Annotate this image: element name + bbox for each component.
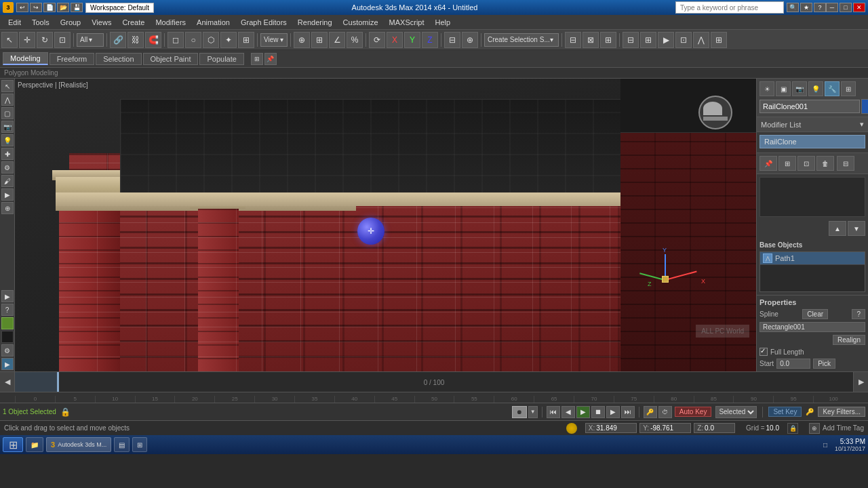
- tab-freeform[interactable]: Freeform: [50, 53, 95, 65]
- menu-maxscript[interactable]: MAXScript: [384, 17, 430, 28]
- lt-camera[interactable]: 📷: [1, 121, 14, 133]
- lt-color[interactable]: [1, 317, 14, 329]
- search-btn[interactable]: 🔍: [787, 3, 799, 12]
- render[interactable]: ⊞: [640, 32, 656, 48]
- pin-stack-btn[interactable]: 📌: [760, 156, 777, 171]
- viewport[interactable]: Perspective | [Realistic]: [15, 79, 756, 371]
- render-view[interactable]: ▶: [658, 32, 674, 48]
- modifier-dropdown-arrow[interactable]: ▾: [860, 120, 864, 129]
- tb-save[interactable]: 💾: [71, 3, 83, 12]
- scroll-up-btn[interactable]: ▲: [829, 221, 846, 236]
- camera-icon[interactable]: 📷: [792, 81, 807, 96]
- close-btn[interactable]: ✕: [853, 3, 865, 12]
- lt-play[interactable]: ▶: [1, 290, 14, 302]
- lt-helper[interactable]: ✚: [1, 148, 14, 160]
- menu-views[interactable]: Views: [86, 17, 117, 28]
- selection-sets[interactable]: Create Selection S...▾: [484, 33, 559, 47]
- modifier-railclone[interactable]: RailClone: [760, 135, 865, 148]
- add-time-tag-btn[interactable]: ⊕ Add Time Tag: [809, 423, 864, 434]
- timeline-scroll[interactable]: 0 / 100: [15, 372, 853, 392]
- align-btn[interactable]: ⊠: [583, 32, 599, 48]
- bind-tool[interactable]: 🧲: [145, 32, 161, 48]
- tag-icon[interactable]: ⊕: [809, 423, 820, 434]
- link-tool[interactable]: 🔗: [110, 32, 126, 48]
- menu-tools[interactable]: Tools: [26, 17, 55, 28]
- auto-key-btn[interactable]: Auto Key: [675, 407, 712, 417]
- hierarchy-icon[interactable]: ⊞: [841, 81, 856, 96]
- clear-btn[interactable]: Clear: [802, 309, 828, 319]
- tab-modeling[interactable]: Modeling: [3, 52, 48, 65]
- layer-mgr[interactable]: ⊞: [600, 32, 616, 48]
- tb-open[interactable]: 📂: [57, 3, 69, 12]
- snap-settings[interactable]: ⊞: [311, 32, 328, 48]
- tb-undo[interactable]: ↩: [16, 3, 28, 12]
- y-input[interactable]: [650, 424, 688, 432]
- scale-tool[interactable]: ⊡: [54, 32, 71, 48]
- lt-spline[interactable]: ⋀: [1, 94, 14, 106]
- z-input[interactable]: [705, 424, 732, 432]
- restrict-z[interactable]: Z: [422, 32, 438, 48]
- render-setup[interactable]: ⊟: [623, 32, 639, 48]
- clock-display[interactable]: 5:33 PM 10/17/2017: [835, 438, 865, 452]
- select-btn[interactable]: ◻: [167, 32, 184, 48]
- timeline-next-btn[interactable]: ▶: [853, 372, 868, 392]
- schematic[interactable]: ⊞: [711, 32, 727, 48]
- menu-group[interactable]: Group: [55, 17, 87, 28]
- display-icon[interactable]: ☀: [760, 81, 774, 96]
- minimize-btn[interactable]: ─: [826, 3, 838, 12]
- object-name-input[interactable]: [760, 100, 860, 113]
- record-btn[interactable]: ⏺: [512, 406, 527, 418]
- tab-selection[interactable]: Selection: [96, 53, 141, 65]
- snap-toggle[interactable]: ⊕: [294, 32, 310, 48]
- transform-coord[interactable]: ⊟: [444, 32, 460, 48]
- auto-key-mode-dropdown[interactable]: Selected: [715, 406, 757, 418]
- tab-object-paint[interactable]: Object Paint: [143, 53, 199, 65]
- next-frame-btn[interactable]: ▶: [606, 406, 620, 418]
- show-result-btn[interactable]: ⊞: [778, 156, 796, 171]
- menu-graph-editors[interactable]: Graph Editors: [235, 17, 292, 28]
- restrict-x[interactable]: X: [387, 32, 403, 48]
- select-circle[interactable]: ○: [185, 32, 201, 48]
- make-unique-btn[interactable]: ⊡: [797, 156, 815, 171]
- start-value-input[interactable]: [776, 359, 810, 369]
- full-length-checkbox[interactable]: [760, 348, 768, 356]
- menu-rendering[interactable]: Rendering: [292, 17, 338, 28]
- taskbar-file-explorer[interactable]: 📁: [26, 437, 43, 452]
- x-input[interactable]: [596, 424, 633, 432]
- menu-create[interactable]: Create: [117, 17, 150, 28]
- lock-transform-btn[interactable]: 🔒: [787, 423, 798, 434]
- select-mirror[interactable]: ⊞: [238, 32, 254, 48]
- lt-anim[interactable]: ▶: [1, 188, 14, 201]
- angle-snap[interactable]: ∠: [329, 32, 345, 48]
- menu-edit[interactable]: Edit: [3, 17, 26, 28]
- material-editor[interactable]: ⊡: [675, 32, 692, 48]
- light-icon[interactable]: 💡: [808, 81, 823, 96]
- lt-light[interactable]: 💡: [1, 134, 14, 146]
- lt-system[interactable]: ⚙: [1, 161, 14, 174]
- anim-options-btn[interactable]: ▼: [528, 406, 538, 418]
- bookmark-btn[interactable]: ★: [800, 3, 812, 12]
- menu-customize[interactable]: Customize: [338, 17, 384, 28]
- tb-new[interactable]: 📄: [43, 3, 56, 12]
- filter-dropdown[interactable]: All▾: [77, 33, 104, 47]
- lt-bottom-play[interactable]: ▶: [1, 358, 14, 370]
- tab-extra-btn[interactable]: ⊞: [251, 53, 263, 65]
- help-spline-btn[interactable]: ?: [852, 309, 865, 319]
- stop-btn[interactable]: ⏹: [591, 406, 605, 418]
- tb-redo[interactable]: ↪: [30, 3, 42, 12]
- select-paint[interactable]: ✦: [220, 32, 237, 48]
- prev-frame-btn[interactable]: ◀: [561, 406, 575, 418]
- lt-paint[interactable]: 🖌: [1, 175, 14, 187]
- move-tool[interactable]: ✛: [19, 32, 35, 48]
- mirror-btn[interactable]: ⊟: [565, 32, 581, 48]
- viewport-dropdown[interactable]: View▾: [260, 33, 288, 47]
- start-button[interactable]: ⊞: [3, 437, 23, 452]
- maximize-btn[interactable]: □: [840, 3, 852, 12]
- workspace-dropdown[interactable]: Workspace: Default: [85, 3, 154, 13]
- play-btn[interactable]: ▶: [576, 406, 590, 418]
- restrict-y[interactable]: Y: [404, 32, 420, 48]
- pivot[interactable]: ⊕: [462, 32, 478, 48]
- lt-geometry[interactable]: ▢: [1, 107, 14, 119]
- unlink-tool[interactable]: ⛓: [127, 32, 144, 48]
- key-mode-btn[interactable]: 🔑: [644, 406, 657, 418]
